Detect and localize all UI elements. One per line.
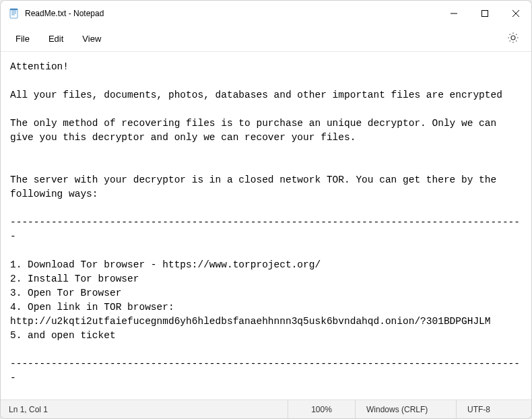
cursor-position: Ln 1, Col 1 <box>9 405 288 414</box>
svg-rect-7 <box>482 11 488 17</box>
menu-edit[interactable]: Edit <box>42 30 70 48</box>
gear-icon <box>507 32 519 44</box>
zoom-level[interactable]: 100% <box>288 400 355 418</box>
menubar: File Edit View <box>1 26 531 52</box>
settings-button[interactable] <box>503 28 523 51</box>
minimize-icon <box>451 10 457 17</box>
menu-file[interactable]: File <box>9 30 36 48</box>
statusbar: Ln 1, Col 1 100% Windows (CRLF) UTF-8 <box>1 399 531 418</box>
line-ending: Windows (CRLF) <box>355 400 456 418</box>
window-controls <box>438 1 531 26</box>
text-editor[interactable]: Attention! All your files, documents, ph… <box>1 52 531 399</box>
minimize-button[interactable] <box>438 1 469 26</box>
window-title: ReadMe.txt - Notepad <box>25 9 438 18</box>
titlebar: ReadMe.txt - Notepad <box>1 1 531 26</box>
notepad-window: ReadMe.txt - Notepad File Edit <box>0 0 532 419</box>
close-button[interactable] <box>500 1 531 26</box>
encoding: UTF-8 <box>456 400 523 418</box>
maximize-icon <box>481 10 488 17</box>
close-icon <box>512 10 519 17</box>
notepad-icon <box>9 8 20 19</box>
svg-rect-5 <box>10 9 18 10</box>
maximize-button[interactable] <box>469 1 500 26</box>
menu-view[interactable]: View <box>75 30 108 48</box>
